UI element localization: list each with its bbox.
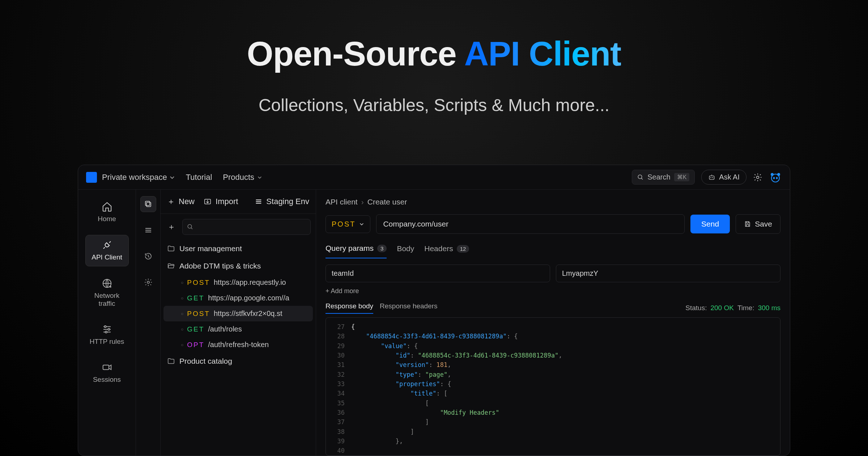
request-item[interactable]: ○OPT/auth/refresh-token [163, 337, 313, 352]
svg-point-4 [757, 176, 759, 178]
svg-point-17 [147, 281, 149, 283]
plus-icon: ＋ [167, 196, 175, 207]
method-badge: GET [187, 294, 204, 302]
request-url: https://stfkvfxr2×0q.st [214, 309, 282, 318]
method-badge: OPT [187, 341, 204, 349]
svg-point-3 [712, 177, 714, 178]
svg-point-0 [638, 175, 642, 179]
save-icon [744, 220, 751, 228]
svg-point-8 [773, 177, 775, 179]
home-icon [102, 201, 112, 212]
param-key-input[interactable]: teamId [326, 265, 550, 282]
search-button[interactable]: Search ⌘K [632, 170, 695, 185]
ask-ai-button[interactable]: Ask AI [701, 170, 746, 185]
breadcrumb-root[interactable]: API client [326, 198, 358, 206]
request-tree: User management Adobe DTM tips & tricks … [161, 235, 316, 375]
nav-home[interactable]: Home [85, 197, 129, 228]
response-tabs: Response bodyResponse headers Status: 20… [316, 300, 790, 317]
collection-rail [136, 190, 161, 456]
svg-rect-14 [103, 365, 109, 370]
add-more-button[interactable]: + Add more [316, 282, 790, 300]
folder-product-catalog[interactable]: Product catalog [161, 352, 316, 370]
request-tabs: Query params3BodyHeaders12 [316, 242, 790, 259]
tab-body[interactable]: Body [397, 242, 414, 258]
chevron-down-icon [257, 175, 262, 180]
request-url: https://app.requestly.io [214, 278, 286, 287]
menu-icon[interactable] [140, 222, 156, 238]
history-icon[interactable] [140, 248, 156, 264]
workspace-name[interactable]: Private workspace [102, 173, 167, 182]
tab-headers[interactable]: Headers12 [424, 242, 469, 258]
url-input[interactable]: Company.com/user [376, 214, 685, 234]
folder-adobe-dtm[interactable]: Adobe DTM tips & tricks [161, 257, 316, 275]
svg-point-11 [104, 326, 106, 328]
param-value-input[interactable]: LmyapmzY [556, 265, 780, 282]
svg-point-9 [776, 177, 778, 179]
chevron-down-icon[interactable] [169, 174, 175, 180]
nav-network-traffic[interactable]: Network traffic [85, 274, 129, 313]
bot-icon [708, 174, 715, 181]
video-icon [102, 362, 112, 373]
request-item[interactable]: ○POSThttps://stfkvfxr2×0q.st [163, 306, 313, 321]
svg-point-12 [108, 329, 110, 330]
settings-icon[interactable] [140, 274, 156, 290]
hero: Open-Source API Client Collections, Vari… [0, 0, 868, 115]
svg-rect-16 [145, 201, 150, 206]
search-shortcut: ⌘K [674, 173, 690, 181]
folder-user-management[interactable]: User management [161, 240, 316, 257]
top-link-tutorial[interactable]: Tutorial [186, 173, 212, 182]
svg-point-13 [105, 331, 107, 333]
request-url: https://app.google.com//a [208, 294, 289, 302]
request-url: /auth/roles [208, 325, 242, 333]
response-body[interactable]: 27{28 "4688854c-33f3-4d61-8439-c93880812… [326, 317, 780, 456]
plug-icon [102, 240, 112, 250]
hero-title: Open-Source API Client [0, 34, 868, 73]
import-button[interactable]: Import [203, 197, 238, 206]
nav-rail: Home API Client Network traffic HTTP rul… [78, 190, 136, 456]
request-url: /auth/refresh-token [208, 341, 269, 349]
request-item[interactable]: ○POSThttps://app.requestly.io [163, 275, 313, 290]
env-selector[interactable]: Staging Env [255, 197, 309, 206]
collections-icon[interactable] [140, 196, 156, 212]
breadcrumb-current: Create user [367, 198, 407, 206]
nav-api-client[interactable]: API Client [85, 235, 129, 266]
top-link-products[interactable]: Products [223, 173, 262, 182]
sidebar: ＋ New Import Staging Env ＋ [161, 190, 316, 456]
new-button[interactable]: ＋ New [167, 196, 195, 207]
method-badge: GET [187, 325, 204, 333]
filter-input[interactable] [182, 219, 311, 235]
globe-icon [102, 278, 112, 289]
topbar: Private workspace Tutorial Products Sear… [78, 165, 790, 190]
request-item[interactable]: ○GET/auth/roles [163, 321, 313, 337]
search-icon [637, 174, 644, 181]
response-status: Status: 200 OK Time: 300 ms [685, 304, 780, 312]
svg-rect-15 [146, 202, 151, 207]
resp-tab-response-body[interactable]: Response body [326, 302, 373, 314]
method-badge: POST [187, 279, 210, 287]
gear-icon[interactable] [753, 173, 762, 182]
search-icon [187, 224, 193, 230]
tab-query-params[interactable]: Query params3 [326, 242, 387, 258]
send-button[interactable]: Send [690, 215, 730, 233]
folder-open-icon [167, 262, 175, 270]
method-selector[interactable]: POST [326, 215, 370, 233]
folder-icon [167, 357, 175, 365]
svg-point-6 [771, 173, 774, 176]
method-badge: POST [187, 310, 210, 318]
hero-subtitle: Collections, Variables, Scripts & Much m… [0, 95, 868, 115]
save-button[interactable]: Save [736, 214, 780, 234]
badge: 3 [377, 245, 387, 252]
nav-sessions[interactable]: Sessions [85, 358, 129, 388]
svg-rect-1 [710, 176, 714, 179]
main-panel: API client › Create user POST Company.co… [316, 190, 790, 456]
resp-tab-response-headers[interactable]: Response headers [380, 302, 438, 314]
layers-icon [255, 198, 263, 206]
nav-http-rules[interactable]: HTTP rules [85, 320, 129, 350]
add-request-button[interactable]: ＋ [166, 221, 177, 233]
request-item[interactable]: ○GEThttps://app.google.com//a [163, 290, 313, 306]
workspace-logo[interactable] [86, 172, 97, 183]
app-window: Private workspace Tutorial Products Sear… [78, 165, 790, 456]
svg-point-7 [777, 173, 780, 176]
import-icon [203, 198, 212, 206]
panda-icon[interactable] [769, 171, 782, 184]
